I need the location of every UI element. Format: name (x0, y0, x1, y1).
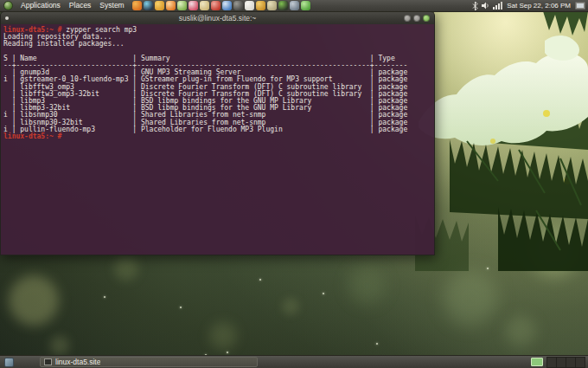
minimize-button[interactable] (404, 15, 411, 22)
workspace-switcher (546, 357, 585, 368)
launcher-3-icon[interactable] (155, 1, 164, 10)
light-speck (259, 279, 261, 281)
menu-bar: ApplicationsPlacesSystem (16, 0, 129, 11)
taskbar-window-label: linux-dta5.site (55, 358, 100, 366)
launcher-13-icon[interactable] (267, 1, 277, 10)
launcher-2-icon[interactable] (144, 1, 153, 10)
display-settings-icon[interactable] (575, 2, 585, 10)
bokeh-circle (9, 275, 59, 326)
menu-system[interactable]: System (95, 0, 128, 11)
light-speck (227, 352, 228, 353)
distro-menu-icon[interactable] (3, 1, 13, 10)
light-speck (180, 307, 182, 308)
launcher-10-icon[interactable] (233, 1, 243, 10)
launcher-7-icon[interactable] (200, 1, 209, 10)
bokeh-circle (50, 336, 69, 355)
close-button[interactable] (423, 15, 430, 22)
launcher-6-icon[interactable] (189, 1, 198, 10)
terminal-mini-icon (44, 358, 52, 365)
launcher-firefox-icon[interactable] (132, 1, 142, 10)
maximize-button[interactable] (413, 15, 420, 22)
launcher-14-icon[interactable] (278, 1, 288, 10)
system-tray: Sat Sep 22, 2:06 PM (472, 2, 585, 10)
bokeh-circle (209, 322, 237, 350)
bottom-panel: linux-dta5.site (0, 355, 588, 368)
clock[interactable]: Sat Sep 22, 2:06 PM (506, 2, 572, 10)
bottom-tray (531, 357, 586, 368)
launcher-9-icon[interactable] (222, 1, 232, 10)
terminal-output[interactable]: linux-dta5:~ # zypper search mp3 Loading… (0, 24, 435, 255)
menu-applications[interactable]: Applications (16, 0, 65, 11)
terminal-titlebar[interactable]: suslik@linux-dta5.site:~ (0, 11, 435, 24)
window-title: suslik@linux-dta5.site:~ (1, 14, 434, 23)
workspace-4[interactable] (576, 358, 585, 367)
launcher-4-icon[interactable] (166, 1, 176, 10)
show-desktop-icon[interactable] (4, 358, 14, 367)
light-speck (323, 293, 324, 294)
launcher-5-icon[interactable] (177, 1, 187, 10)
launcher-8-icon[interactable] (211, 1, 220, 10)
launcher-11-icon[interactable] (245, 1, 254, 10)
bokeh-circle (443, 270, 498, 326)
volume-icon[interactable] (482, 2, 489, 10)
bokeh-circle (114, 256, 138, 281)
top-panel: ApplicationsPlacesSystem Sat Sep 22, 2:0… (0, 0, 588, 12)
panel-launchers (132, 1, 310, 10)
workspace-3[interactable] (566, 358, 576, 367)
workspace-2[interactable] (557, 358, 566, 367)
light-speck (104, 296, 105, 298)
menu-places[interactable]: Places (65, 0, 96, 11)
taskbar-window-button[interactable]: linux-dta5.site (40, 357, 258, 367)
bokeh-circle (505, 315, 536, 346)
launcher-12-icon[interactable] (256, 1, 265, 10)
bluetooth-icon[interactable] (472, 2, 478, 10)
pine-branches-image (415, 11, 588, 271)
desktop: ApplicationsPlacesSystem Sat Sep 22, 2:0… (0, 0, 588, 368)
window-icon (5, 16, 9, 20)
light-speck (376, 343, 378, 345)
launcher-16-icon[interactable] (301, 1, 310, 10)
notification-icon[interactable] (531, 358, 543, 366)
bokeh-circle (348, 267, 386, 305)
network-signal-icon[interactable] (493, 2, 502, 10)
window-buttons (404, 15, 430, 22)
launcher-15-icon[interactable] (290, 1, 299, 10)
terminal-window: suslik@linux-dta5.site:~ linux-dta5:~ # … (0, 11, 435, 255)
bokeh-circle (282, 298, 299, 315)
workspace-1[interactable] (547, 358, 557, 367)
